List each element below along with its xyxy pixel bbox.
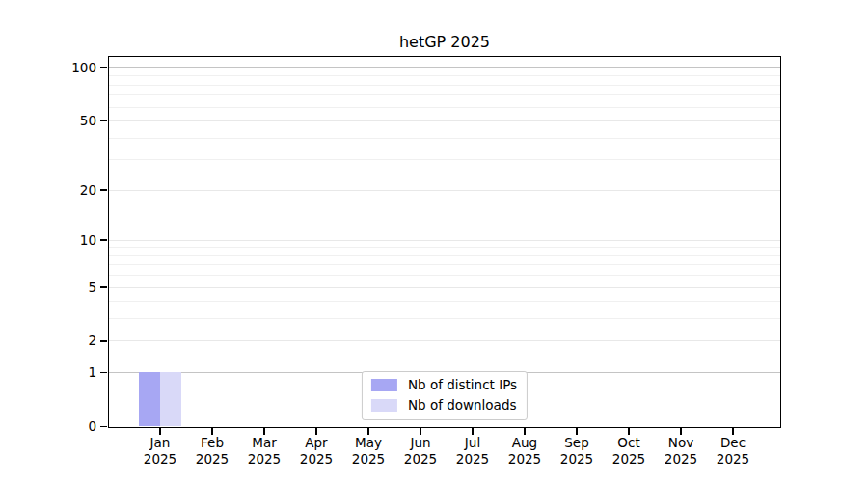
gridline-minor: [109, 264, 780, 265]
y-axis-tick-label: 20: [8, 182, 96, 199]
gridline-major: [109, 120, 780, 121]
x-axis-tick: [576, 428, 578, 435]
y-axis-tick: [100, 426, 107, 428]
x-axis-tick: [159, 428, 161, 435]
gridline-minor: [109, 94, 780, 95]
gridline-minor: [109, 247, 780, 248]
y-axis-tick: [100, 67, 107, 69]
x-axis-tick: [524, 428, 526, 435]
gridline-minor: [109, 318, 780, 319]
gridline-minor: [109, 275, 780, 276]
legend-item-distinct-ips: Nb of distinct IPs: [371, 377, 517, 393]
y-axis-tick-label: 1: [8, 364, 96, 381]
gridline-minor: [109, 138, 780, 139]
y-axis-tick-label: 50: [8, 113, 96, 129]
x-axis-tick: [680, 428, 682, 435]
legend-item-downloads: Nb of downloads: [371, 397, 517, 414]
gridline-major-emphasis: [109, 67, 780, 68]
y-axis-tick: [100, 340, 107, 342]
x-axis-tick: [315, 428, 317, 435]
gridline-minor: [109, 159, 780, 160]
y-axis-tick: [100, 120, 107, 122]
x-axis-tick: [732, 428, 734, 435]
plot-area: Nb of distinct IPs Nb of downloads: [108, 56, 781, 428]
legend-label-distinct-ips: Nb of distinct IPs: [408, 377, 517, 393]
x-axis-tick: [211, 428, 213, 435]
y-axis-tick-label: 10: [8, 232, 96, 249]
x-axis-tick: [472, 428, 474, 435]
y-axis-tick-label: 100: [8, 60, 96, 76]
x-axis-year: 2025: [690, 451, 776, 468]
legend-swatch-distinct-ips: [371, 379, 397, 391]
gridline-major: [109, 190, 780, 191]
gridline-minor: [109, 301, 780, 302]
gridline-major: [109, 240, 780, 241]
x-axis-tick: [263, 428, 265, 435]
bar-downloads: [160, 372, 181, 426]
gridline-major: [109, 340, 780, 341]
x-axis-month: Dec: [690, 435, 776, 451]
gridline-minor: [109, 255, 780, 256]
y-axis-tick: [100, 286, 107, 288]
y-axis-tick: [100, 239, 107, 241]
gridline-minor: [109, 75, 780, 76]
y-axis-tick: [100, 189, 107, 191]
x-axis-tick-label: Dec2025: [690, 435, 776, 468]
figure: hetGP 2025 Nb of distinct IPs Nb of down…: [0, 0, 868, 482]
gridline-minor: [109, 85, 780, 86]
legend-label-downloads: Nb of downloads: [408, 397, 517, 414]
y-axis-tick: [100, 372, 107, 374]
bar-distinct-ips: [139, 372, 160, 426]
legend: Nb of distinct IPs Nb of downloads: [362, 371, 528, 420]
x-axis-tick: [628, 428, 630, 435]
x-axis-tick: [420, 428, 421, 435]
gridline-minor: [109, 107, 780, 108]
y-axis-tick-label: 0: [8, 418, 96, 435]
legend-swatch-downloads: [371, 399, 397, 412]
y-axis-tick-label: 2: [8, 333, 96, 349]
gridline-major: [109, 287, 780, 288]
y-axis-tick-label: 5: [8, 280, 96, 296]
x-axis-tick: [367, 428, 369, 435]
chart-title: hetGP 2025: [108, 33, 781, 52]
